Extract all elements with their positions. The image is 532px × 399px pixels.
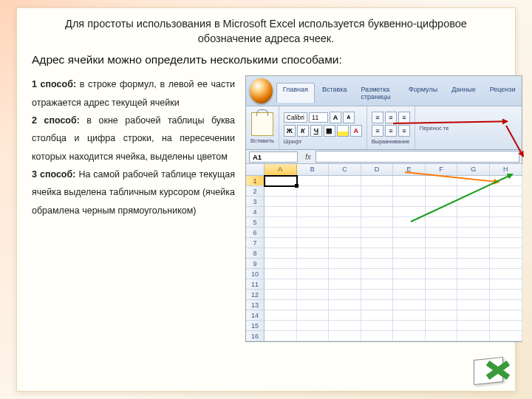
- cell[interactable]: [393, 217, 426, 228]
- column-header[interactable]: G: [457, 164, 490, 175]
- cell[interactable]: [426, 331, 458, 341]
- cell[interactable]: [297, 228, 330, 238]
- cell[interactable]: [490, 331, 522, 341]
- row-header[interactable]: 12: [246, 290, 265, 300]
- cell[interactable]: [297, 321, 330, 331]
- office-button[interactable]: [250, 78, 273, 103]
- cell[interactable]: [490, 310, 522, 321]
- cell[interactable]: [297, 217, 330, 228]
- cell[interactable]: [490, 321, 522, 331]
- cell[interactable]: [426, 248, 458, 259]
- cell[interactable]: [297, 186, 330, 197]
- cell[interactable]: [265, 300, 297, 310]
- cell[interactable]: [490, 300, 522, 310]
- align-mid-button[interactable]: ≡: [385, 112, 397, 123]
- row-header[interactable]: 11: [246, 279, 265, 290]
- cell[interactable]: [393, 279, 426, 290]
- cell[interactable]: [393, 197, 426, 207]
- cell[interactable]: [457, 238, 490, 248]
- align-right-button[interactable]: ≡: [398, 125, 410, 137]
- cell[interactable]: [457, 207, 490, 217]
- cell[interactable]: [457, 300, 490, 310]
- cell[interactable]: [297, 300, 330, 310]
- cell[interactable]: [361, 228, 394, 238]
- cell[interactable]: [426, 290, 458, 300]
- fx-label[interactable]: fx: [305, 153, 311, 161]
- cell[interactable]: [265, 269, 297, 279]
- row-header[interactable]: 2: [246, 186, 265, 197]
- shrink-font-button[interactable]: A: [343, 112, 355, 123]
- cell[interactable]: [393, 186, 426, 197]
- cell[interactable]: [329, 259, 361, 269]
- cell[interactable]: [297, 238, 330, 248]
- cell[interactable]: [329, 248, 361, 259]
- cell[interactable]: [393, 238, 426, 248]
- column-header[interactable]: C: [329, 164, 361, 175]
- cell[interactable]: [329, 197, 361, 207]
- cell[interactable]: [329, 176, 361, 186]
- cell[interactable]: [297, 259, 330, 269]
- row-header[interactable]: 16: [246, 331, 265, 341]
- cell[interactable]: [297, 269, 330, 279]
- row-header[interactable]: 7: [246, 238, 265, 248]
- cell[interactable]: [490, 217, 522, 228]
- cell[interactable]: [329, 310, 361, 321]
- cell[interactable]: [297, 248, 330, 259]
- cell[interactable]: [426, 310, 458, 321]
- cell[interactable]: [265, 290, 297, 300]
- cell[interactable]: [329, 279, 361, 290]
- cell[interactable]: [329, 290, 361, 300]
- cell[interactable]: [393, 290, 426, 300]
- cell[interactable]: [361, 310, 394, 321]
- cell[interactable]: [490, 279, 522, 290]
- cell[interactable]: [490, 248, 522, 259]
- ribbon-tab[interactable]: Данные: [445, 83, 482, 103]
- cell[interactable]: [265, 228, 297, 238]
- cell[interactable]: [361, 186, 394, 197]
- cell[interactable]: [393, 331, 426, 341]
- cell[interactable]: [457, 310, 490, 321]
- cell[interactable]: [490, 238, 522, 248]
- select-all-corner[interactable]: [246, 164, 265, 175]
- cell[interactable]: [490, 269, 522, 279]
- cell[interactable]: [361, 321, 394, 331]
- font-color-button[interactable]: A: [350, 125, 362, 137]
- ribbon-tab[interactable]: Формулы: [402, 83, 444, 103]
- cell[interactable]: [457, 217, 490, 228]
- cell[interactable]: [426, 269, 458, 279]
- ribbon-tab[interactable]: Рецензи: [483, 83, 522, 103]
- wrap-text-button[interactable]: Перенос те: [420, 125, 449, 132]
- cell[interactable]: [265, 217, 297, 228]
- cell[interactable]: [457, 259, 490, 269]
- cell[interactable]: [457, 269, 490, 279]
- cell[interactable]: [361, 217, 394, 228]
- cell[interactable]: [426, 321, 458, 331]
- cell[interactable]: [457, 331, 490, 341]
- cell[interactable]: [426, 217, 458, 228]
- cell[interactable]: [361, 238, 394, 248]
- cell[interactable]: [329, 207, 361, 217]
- cell[interactable]: [265, 186, 297, 197]
- align-top-button[interactable]: ≡: [372, 112, 383, 123]
- worksheet-grid[interactable]: ABCDEFGH 12345678910111213141516: [246, 164, 522, 341]
- cell[interactable]: [490, 186, 522, 197]
- cell[interactable]: [490, 207, 522, 217]
- cell[interactable]: [393, 259, 426, 269]
- cell[interactable]: [393, 321, 426, 331]
- ribbon-tab[interactable]: Разметка страницы: [354, 83, 401, 103]
- cell[interactable]: [457, 321, 490, 331]
- row-header[interactable]: 10: [246, 269, 265, 279]
- fill-color-button[interactable]: [337, 125, 349, 137]
- cell[interactable]: [361, 207, 394, 217]
- cell[interactable]: [426, 259, 458, 269]
- italic-button[interactable]: К: [297, 125, 309, 137]
- row-header[interactable]: 8: [246, 248, 265, 259]
- cell[interactable]: [490, 228, 522, 238]
- cell[interactable]: [457, 228, 490, 238]
- cell[interactable]: [426, 186, 458, 197]
- cell[interactable]: [329, 217, 361, 228]
- row-header[interactable]: 14: [246, 310, 265, 321]
- underline-button[interactable]: Ч: [310, 125, 322, 137]
- formula-bar-input[interactable]: [316, 151, 520, 163]
- cell[interactable]: [329, 228, 361, 238]
